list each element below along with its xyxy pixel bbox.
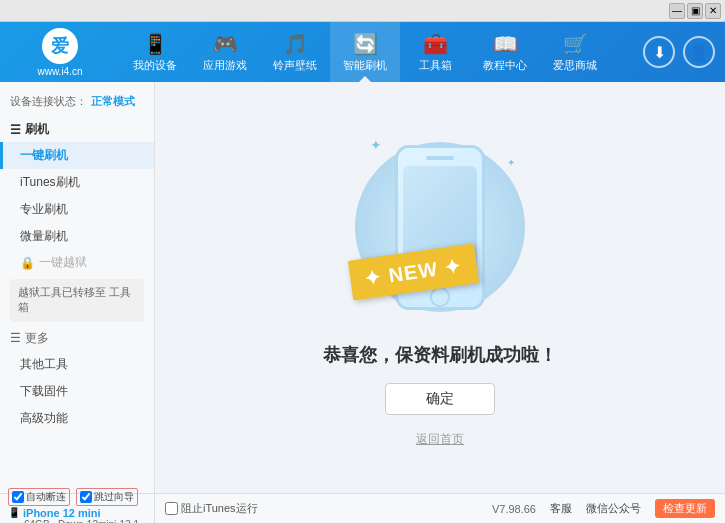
app-game-icon: 🎮 xyxy=(213,32,238,56)
sidebar-pro-flash[interactable]: 专业刷机 xyxy=(0,196,154,223)
check-update-button[interactable]: 检查更新 xyxy=(655,499,715,518)
nav-tutorial-label: 教程中心 xyxy=(483,58,527,73)
nav-tutorial[interactable]: 📖 教程中心 xyxy=(470,22,540,82)
homepage-link[interactable]: 返回首页 xyxy=(416,431,464,448)
sidebar-other-tools[interactable]: 其他工具 xyxy=(0,351,154,378)
maximize-button[interactable]: ▣ xyxy=(687,3,703,19)
main-layout: 设备连接状态： 正常模式 ☰ 刷机 一键刷机 iTunes刷机 专业刷机 微量刷… xyxy=(0,82,725,493)
bottom-left: 自动断连 跳过向导 📱 iPhone 12 mini 64GB Down-12m… xyxy=(0,488,155,524)
version-text: V7.98.66 xyxy=(492,503,536,515)
nav-toolbox-label: 工具箱 xyxy=(419,58,452,73)
nav-shop-label: 爱思商城 xyxy=(553,58,597,73)
flash-group-label: 刷机 xyxy=(25,121,49,138)
auto-close-label[interactable]: 自动断连 xyxy=(8,488,70,506)
stop-itunes-label: 阻止iTunes运行 xyxy=(181,501,258,516)
stop-itunes-checkbox[interactable] xyxy=(165,502,178,515)
more-group-icon: ☰ xyxy=(10,331,21,345)
device-name: iPhone 12 mini xyxy=(23,507,101,519)
nav-app-game[interactable]: 🎮 应用游戏 xyxy=(190,22,260,82)
logo-icon: 爱 xyxy=(42,28,78,64)
device-info-row: 📱 iPhone 12 mini xyxy=(8,507,146,519)
sidebar-advanced[interactable]: 高级功能 xyxy=(0,405,154,432)
flash-group-header: ☰ 刷机 xyxy=(0,117,154,142)
checkboxes-row: 自动断连 跳过向导 xyxy=(8,488,146,506)
nav-my-device-label: 我的设备 xyxy=(133,58,177,73)
logo-area: 爱 www.i4.cn xyxy=(0,28,120,77)
wechat-link[interactable]: 微信公众号 xyxy=(586,501,641,516)
nav-ringtone-label: 铃声壁纸 xyxy=(273,58,317,73)
titlebar: — ▣ ✕ xyxy=(0,0,725,22)
nav-items: 📱 我的设备 🎮 应用游戏 🎵 铃声壁纸 🔄 智能刷机 🧰 工具箱 📖 教程中心… xyxy=(120,22,643,82)
nav-smart-flash-label: 智能刷机 xyxy=(343,58,387,73)
download-button[interactable]: ⬇ xyxy=(643,36,675,68)
logo-subtext: www.i4.cn xyxy=(37,66,82,77)
header: 爱 www.i4.cn 📱 我的设备 🎮 应用游戏 🎵 铃声壁纸 🔄 智能刷机 … xyxy=(0,22,725,82)
nav-shop[interactable]: 🛒 爱思商城 xyxy=(540,22,610,82)
phone-icon: 📱 xyxy=(8,507,20,518)
skip-wizard-label[interactable]: 跳过向导 xyxy=(76,488,138,506)
device-status: 设备连接状态： 正常模式 xyxy=(0,90,154,117)
skip-wizard-checkbox[interactable] xyxy=(80,491,92,503)
nav-app-game-label: 应用游戏 xyxy=(203,58,247,73)
auto-close-checkbox[interactable] xyxy=(12,491,24,503)
sidebar-download-firmware[interactable]: 下载固件 xyxy=(0,378,154,405)
bottom-bar: 自动断连 跳过向导 📱 iPhone 12 mini 64GB Down-12m… xyxy=(0,493,725,523)
close-button[interactable]: ✕ xyxy=(705,3,721,19)
confirm-button[interactable]: 确定 xyxy=(385,383,495,415)
customer-service-link[interactable]: 客服 xyxy=(550,501,572,516)
nav-smart-flash[interactable]: 🔄 智能刷机 xyxy=(330,22,400,82)
success-text: 恭喜您，保资料刷机成功啦！ xyxy=(323,343,557,367)
bottom-right: V7.98.66 客服 微信公众号 检查更新 xyxy=(492,499,725,518)
sidebar: 设备连接状态： 正常模式 ☰ 刷机 一键刷机 iTunes刷机 专业刷机 微量刷… xyxy=(0,82,155,493)
toolbox-icon: 🧰 xyxy=(423,32,448,56)
nav-toolbox[interactable]: 🧰 工具箱 xyxy=(400,22,470,82)
sidebar-one-click-flash[interactable]: 一键刷机 xyxy=(0,142,154,169)
sidebar-itunes-flash[interactable]: iTunes刷机 xyxy=(0,169,154,196)
sidebar-micro-flash[interactable]: 微量刷机 xyxy=(0,223,154,250)
nav-right: ⬇ 👤 xyxy=(643,36,725,68)
sparkle-1: ✦ xyxy=(370,137,382,153)
my-device-icon: 📱 xyxy=(143,32,168,56)
status-label: 设备连接状态： xyxy=(10,94,87,109)
sidebar-jailbreak-disabled: 🔒 一键越狱 xyxy=(0,250,154,275)
ringtone-icon: 🎵 xyxy=(283,32,308,56)
smart-flash-icon: 🔄 xyxy=(353,32,378,56)
content-area: ✦ ✦ ✦ ✦ NEW ✦ 恭喜您，保资料刷机成功啦！ 确定 xyxy=(155,82,725,493)
nav-my-device[interactable]: 📱 我的设备 xyxy=(120,22,190,82)
status-value: 正常模式 xyxy=(91,94,135,109)
sparkle-2: ✦ xyxy=(507,157,515,168)
nav-ringtone[interactable]: 🎵 铃声壁纸 xyxy=(260,22,330,82)
success-illustration: ✦ ✦ ✦ ✦ NEW ✦ 恭喜您，保资料刷机成功啦！ 确定 xyxy=(323,127,557,448)
device-details: 64GB Down-12mini-13.1 xyxy=(8,519,146,524)
flash-group-icon: ☰ xyxy=(10,123,21,137)
more-group-label: 更多 xyxy=(25,330,49,347)
jailbreak-info-box: 越狱工具已转移至 工具箱 xyxy=(10,279,144,322)
shop-icon: 🛒 xyxy=(563,32,588,56)
more-group-header: ☰ 更多 xyxy=(0,326,154,351)
stop-itunes-area[interactable]: 阻止iTunes运行 xyxy=(155,501,268,516)
minimize-button[interactable]: — xyxy=(669,3,685,19)
user-button[interactable]: 👤 xyxy=(683,36,715,68)
tutorial-icon: 📖 xyxy=(493,32,518,56)
lock-icon: 🔒 xyxy=(20,256,35,270)
